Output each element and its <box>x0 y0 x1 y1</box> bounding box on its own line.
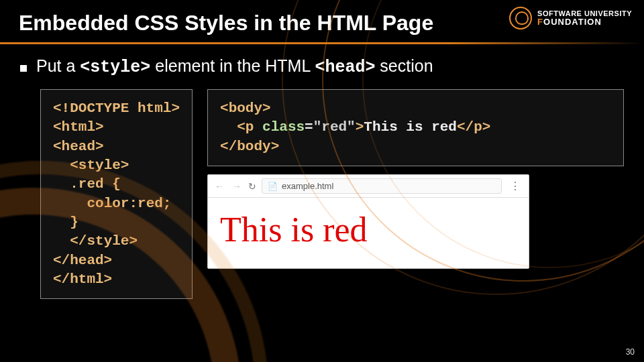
bullet-item: Put a <style> element in the HTML <head>… <box>20 56 624 77</box>
code-block-right: <body> <p class="red">This is red</p> </… <box>207 89 624 166</box>
code-block-left: <!DOCTYPE html> <html> <head> <style> .r… <box>40 89 193 299</box>
brand-logo: SOFTWARE UNIVERSITY FOUNDATION <box>509 7 632 29</box>
bullet-square-icon <box>20 65 27 72</box>
address-text: example.html <box>282 181 333 191</box>
back-icon: ← <box>213 181 225 192</box>
address-bar: 📄 example.html <box>262 178 502 194</box>
code-inline-style: <style> <box>80 58 150 77</box>
browser-preview: ← → ↻ 📄 example.html ⋮ This is red <box>207 174 529 269</box>
lightbulb-icon <box>509 7 532 29</box>
browser-rendered-content: This is red <box>208 198 529 268</box>
bullet-text: Put a <style> element in the HTML <head>… <box>36 56 433 77</box>
page-number: 30 <box>626 347 635 357</box>
code-inline-head: <head> <box>315 58 375 77</box>
reload-icon: ↻ <box>248 181 256 192</box>
file-icon: 📄 <box>268 182 278 191</box>
forward-icon: → <box>231 181 243 192</box>
browser-toolbar: ← → ↻ 📄 example.html ⋮ <box>208 175 529 198</box>
menu-icon: ⋮ <box>507 180 523 192</box>
brand-line2: FOUNDATION <box>537 17 632 26</box>
